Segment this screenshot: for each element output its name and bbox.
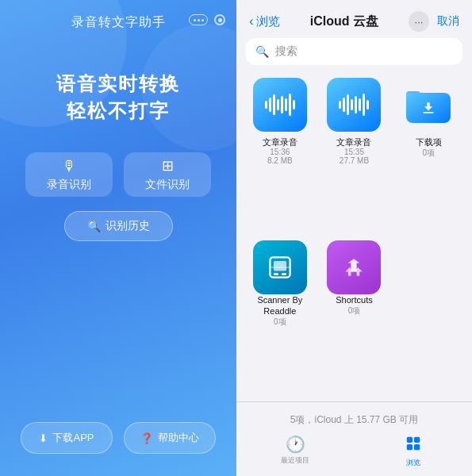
file-label: 文件识别 (145, 178, 190, 192)
svg-rect-0 (423, 112, 433, 113)
cancel-button[interactable]: 取消 (437, 14, 459, 29)
svg-rect-6 (407, 437, 413, 443)
hero-line1: 语音实时转换 (56, 71, 180, 98)
tab-recents[interactable]: 🕐 最近项目 (236, 435, 355, 468)
file-item[interactable]: Shortcuts0项 (322, 240, 387, 393)
hero-section: 语音实时转换 轻松不打字 (56, 71, 180, 124)
download-label: 下载APP (52, 431, 94, 445)
icloud-title: iCloud 云盘 (310, 13, 378, 30)
tab-browse[interactable]: 浏览 (355, 435, 473, 468)
file-item[interactable]: Scanner By Readdle0项 (248, 240, 313, 393)
file-meta2: 27.7 MB (340, 156, 369, 165)
file-meta1: 0项 (348, 305, 361, 317)
history-button[interactable]: 🔍 识别历史 (64, 211, 173, 241)
svg-rect-3 (274, 273, 278, 275)
file-meta1: 15:36 (270, 148, 290, 156)
tab-bar: 🕐 最近项目 浏览 (236, 435, 472, 468)
mic-icon: 🎙 (62, 158, 76, 175)
storage-info: 5项，iCloud 上 15.77 GB 可用 (236, 407, 472, 435)
action-buttons: 🎙 录音识别 ⊞ 文件识别 (25, 152, 211, 197)
file-item[interactable]: 下载项0项 (396, 78, 461, 231)
right-bottom-bar: 5项，iCloud 上 15.77 GB 可用 🕐 最近项目 浏览 (236, 401, 472, 476)
help-label: 帮助中心 (158, 431, 199, 445)
svg-rect-2 (274, 261, 286, 271)
file-item[interactable]: 文章录音15:3527.7 MB (322, 78, 387, 231)
file-name: Scanner By Readdle (248, 294, 313, 317)
history-label: 识别历史 (106, 219, 150, 233)
wifi-icon (214, 14, 225, 25)
scanner-icon (253, 240, 307, 294)
file-meta1: 15:35 (344, 148, 364, 156)
more-dots-icon[interactable] (189, 14, 208, 25)
file-name: 下载项 (416, 136, 442, 148)
help-button[interactable]: ❓ 帮助中心 (124, 422, 216, 454)
audio-icon (327, 78, 381, 132)
download-app-button[interactable]: ⬇ 下载APP (21, 422, 113, 454)
header-right-actions: ··· 取消 (409, 11, 459, 32)
svg-rect-7 (414, 437, 420, 443)
search-icon: 🔍 (87, 220, 101, 232)
clock-icon: 🕐 (286, 435, 305, 454)
help-icon: ❓ (140, 432, 153, 444)
file-meta1: 0项 (422, 148, 435, 159)
left-panel: 录音转文字助手 语音实时转换 轻松不打字 🎙 录音识别 ⊞ 文件识别 🔍 识别历… (0, 0, 236, 476)
search-bar[interactable]: 🔍 搜索 (246, 38, 462, 65)
file-button[interactable]: ⊞ 文件识别 (124, 152, 211, 197)
folder-download-icon (401, 78, 455, 132)
back-arrow-icon: ‹ (249, 13, 254, 29)
grid-icon: ⊞ (162, 157, 174, 175)
back-label: 浏览 (256, 14, 280, 29)
svg-rect-4 (282, 273, 286, 275)
download-icon: ⬇ (39, 432, 48, 444)
more-options-button[interactable]: ··· (409, 11, 429, 32)
right-header: ‹ 浏览 iCloud 云盘 ··· 取消 (236, 0, 472, 38)
shortcuts-icon (327, 240, 381, 294)
file-name: Shortcuts (336, 294, 372, 305)
browse-icon (405, 435, 422, 456)
file-name: 文章录音 (263, 136, 297, 148)
record-button[interactable]: 🎙 录音识别 (25, 152, 113, 197)
search-icon: 🔍 (255, 45, 269, 58)
files-grid: 文章录音15:368.2 MB 文章录音15:3527.7 MB (236, 73, 472, 401)
record-label: 录音识别 (47, 178, 91, 192)
hero-line2: 轻松不打字 (56, 98, 180, 125)
left-header: 录音转文字助手 (0, 0, 236, 39)
audio-icon (253, 78, 307, 132)
file-name: 文章录音 (336, 136, 371, 148)
file-meta2: 8.2 MB (267, 156, 293, 165)
header-icons (189, 14, 225, 25)
right-panel: ‹ 浏览 iCloud 云盘 ··· 取消 🔍 搜索 文章录音15:368.2 … (236, 0, 472, 476)
app-title: 录音转文字助手 (71, 14, 166, 31)
file-item[interactable]: 文章录音15:368.2 MB (248, 78, 313, 231)
svg-rect-8 (407, 444, 413, 450)
back-button[interactable]: ‹ 浏览 (249, 13, 280, 29)
bottom-buttons: ⬇ 下载APP ❓ 帮助中心 (0, 422, 236, 454)
tab-browse-label: 浏览 (406, 458, 420, 468)
svg-rect-9 (414, 444, 420, 450)
tab-recents-label: 最近项目 (281, 455, 309, 466)
search-placeholder: 搜索 (275, 44, 297, 59)
file-meta1: 0项 (274, 317, 286, 328)
